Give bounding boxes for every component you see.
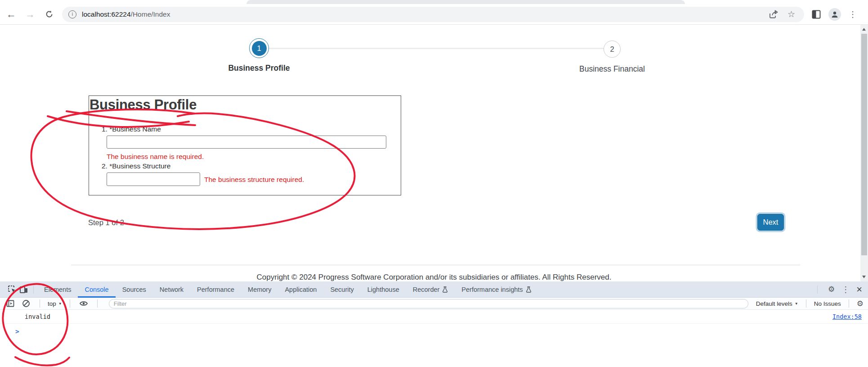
business-structure-error: The business structure required. xyxy=(204,176,304,184)
console-prompt[interactable]: > xyxy=(0,324,868,335)
context-selector[interactable]: top ▼ xyxy=(48,300,62,307)
tab-label: Performance insights xyxy=(461,286,523,293)
business-structure-label: 2. *Business Structure xyxy=(102,162,170,170)
console-source-link[interactable]: Index:58 xyxy=(832,313,862,320)
prompt-chevron-icon: > xyxy=(15,328,19,335)
step-1-label: Business Profile xyxy=(201,63,318,73)
url-text: localhost:62224/Home/Index xyxy=(82,10,769,18)
divider xyxy=(849,299,849,308)
tab-network[interactable]: Network xyxy=(153,281,190,298)
tab-sources[interactable]: Sources xyxy=(116,281,153,298)
avatar[interactable] xyxy=(828,8,841,21)
stepper-connector xyxy=(269,48,604,49)
clear-console-icon[interactable] xyxy=(20,298,32,309)
share-icon[interactable] xyxy=(769,10,779,19)
business-name-error: The business name is required. xyxy=(107,153,204,161)
context-label: top xyxy=(48,300,56,307)
tab-elements[interactable]: Elements xyxy=(37,281,78,298)
stepper-step-2[interactable]: 2 xyxy=(604,41,621,58)
scrollbar-down-arrow[interactable] xyxy=(862,276,866,278)
scrollbar-up-arrow[interactable] xyxy=(862,28,866,31)
divider xyxy=(40,299,40,308)
next-button[interactable]: Next xyxy=(757,214,784,231)
tab-performance-insights[interactable]: Performance insights xyxy=(455,281,538,298)
business-name-input[interactable] xyxy=(107,136,386,149)
forward-button[interactable]: → xyxy=(22,7,38,22)
reload-button[interactable] xyxy=(41,7,57,22)
divider xyxy=(70,299,70,308)
divider xyxy=(806,299,806,308)
divider xyxy=(97,299,98,308)
tab-label: Console xyxy=(85,286,108,293)
device-toolbar-icon[interactable] xyxy=(18,284,30,295)
url-bar[interactable]: i localhost:62224/Home/Index ☆ xyxy=(62,7,804,22)
devtools-tabbar-right: ⚙ ⋮ × xyxy=(814,285,868,295)
console-filter-input[interactable] xyxy=(109,299,748,308)
issues-counter[interactable]: No Issues xyxy=(814,300,841,307)
url-host: localhost:62224 xyxy=(82,10,131,18)
page-content: 1 2 Business Profile Business Financial … xyxy=(0,25,868,281)
scrollbar-thumb[interactable] xyxy=(861,34,867,255)
flask-icon xyxy=(526,286,532,293)
live-expression-eye-icon[interactable] xyxy=(78,298,89,309)
copyright-text: Copyright © 2024 Progress Software Corpo… xyxy=(0,272,868,281)
inspect-element-icon[interactable] xyxy=(6,284,18,295)
tab-label: Memory xyxy=(248,286,271,293)
devtools-tabbar: Elements Console Sources Network Perform… xyxy=(0,281,868,298)
tab-label: Recorder xyxy=(413,286,440,293)
devtools-menu-icon[interactable]: ⋮ xyxy=(841,285,850,295)
back-button[interactable]: ← xyxy=(4,7,19,22)
business-structure-input[interactable] xyxy=(107,172,200,186)
log-levels-selector[interactable]: Default levels ▼ xyxy=(756,300,798,307)
tab-label: Sources xyxy=(122,286,146,293)
flask-icon xyxy=(442,286,448,293)
url-path: /Home/Index xyxy=(131,10,170,18)
levels-label: Default levels xyxy=(756,300,792,307)
tab-label: Performance xyxy=(197,286,234,293)
form-title: Business Profile xyxy=(89,97,197,113)
console-message-row: invalid Index:58 xyxy=(0,310,868,324)
tab-application[interactable]: Application xyxy=(278,281,323,298)
step-2-label: Business Financial xyxy=(554,64,671,74)
tab-memory[interactable]: Memory xyxy=(241,281,278,298)
step-1-circle: 1 xyxy=(252,41,267,56)
tab-label: Security xyxy=(330,286,353,293)
tab-label: Application xyxy=(285,286,317,293)
browser-window: ← → i localhost:62224/Home/Index ☆ xyxy=(0,0,868,367)
tab-label: Elements xyxy=(44,286,71,293)
tab-label: Network xyxy=(160,286,183,293)
browser-tab-fragment xyxy=(246,0,685,4)
console-toolbar: top ▼ Default levels ▼ No Issues ⚙ xyxy=(0,298,868,310)
console-message: invalid xyxy=(25,313,832,320)
console-output: invalid Index:58 > xyxy=(0,310,868,335)
devtools-panel: Elements Console Sources Network Perform… xyxy=(0,281,868,367)
reload-icon xyxy=(45,10,54,18)
browser-menu-icon[interactable]: ⋮ xyxy=(849,9,857,19)
bookmark-star-icon[interactable]: ☆ xyxy=(787,9,795,19)
tab-lighthouse[interactable]: Lighthouse xyxy=(361,281,406,298)
divider xyxy=(817,285,818,294)
devtools-close-icon[interactable]: × xyxy=(856,285,862,295)
profile-icon xyxy=(831,10,839,18)
business-profile-form: Business Profile 1. *Business Name The b… xyxy=(89,95,401,195)
tab-performance[interactable]: Performance xyxy=(190,281,241,298)
footer-divider xyxy=(71,265,800,265)
toolbar-right: ⋮ xyxy=(812,8,857,21)
page-scrollbar[interactable] xyxy=(860,25,868,281)
console-settings-icon[interactable]: ⚙ xyxy=(857,300,864,308)
tab-label: Lighthouse xyxy=(367,286,399,293)
site-info-icon[interactable]: i xyxy=(68,10,76,18)
console-sidebar-icon[interactable] xyxy=(4,298,16,309)
chevron-down-icon: ▼ xyxy=(795,302,798,306)
divider xyxy=(33,285,34,294)
devtools-settings-icon[interactable]: ⚙ xyxy=(828,285,835,293)
tab-recorder[interactable]: Recorder xyxy=(406,281,455,298)
chevron-down-icon: ▼ xyxy=(58,302,62,306)
tab-console[interactable]: Console xyxy=(78,281,115,298)
business-name-label: 1. *Business Name xyxy=(102,125,161,133)
side-panel-icon[interactable] xyxy=(812,10,821,19)
browser-toolbar: ← → i localhost:62224/Home/Index ☆ xyxy=(0,4,868,25)
tab-security[interactable]: Security xyxy=(323,281,360,298)
stepper-step-1[interactable]: 1 xyxy=(249,38,269,58)
issues-label: No Issues xyxy=(814,300,841,307)
